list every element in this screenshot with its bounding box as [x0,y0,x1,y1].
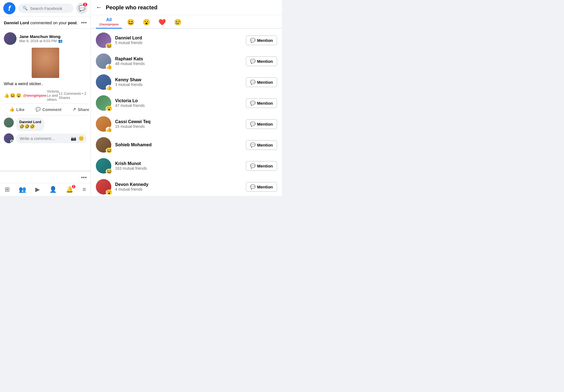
video-icon: ▶ [35,186,40,193]
person-name[interactable]: Danniel Lord [115,36,242,40]
mention-button[interactable]: 💬 Mention [246,77,277,87]
mention-button[interactable]: 💬 Mention [246,182,277,192]
person-avatar[interactable]: 😆 [96,137,111,153]
reaction-counts: 11 Comments • 2 Shares [59,91,87,100]
mention-button[interactable]: 💬 Mention [246,36,277,45]
comments-section: Danniel Lord 🤣🤣🤣 📷 🙂 [4,115,87,145]
more-options-row: ••• [0,172,91,183]
right-panel: ← People who reacted All @wongmjane 😆 😮 … [91,0,282,196]
person-mutual: 5 mutual friends [115,40,242,45]
person-avatar[interactable]: 👍 [96,53,111,69]
reaction-mention[interactable]: @wongmjane [23,93,46,98]
nav-friends[interactable]: 👥 [19,186,26,193]
person-avatar[interactable]: 😆 [96,158,111,174]
mention-icon: 💬 [250,163,256,169]
post-author-avatar[interactable] [4,32,17,45]
search-bar[interactable]: 🔍 [18,4,74,13]
comment-bubble: Danniel Lord 🤣🤣🤣 [16,118,44,131]
tab-haha[interactable]: 😆 [124,17,138,28]
more-options-button[interactable]: ••• [81,174,87,181]
heart-tab-emoji: ❤️ [158,19,166,26]
sad-tab-emoji: 😢 [174,19,181,26]
person-mutual: 48 mutual friends [115,61,242,66]
person-item: 😆 Sohieb Mohamed 💬 Mention [91,134,282,155]
comment-author[interactable]: Danniel Lord [19,120,41,124]
person-name[interactable]: Kenny Shaw [115,77,242,82]
like-button[interactable]: 👍 Like [4,105,30,114]
person-name[interactable]: Raphael Kats [115,56,242,61]
post-author-name[interactable]: Jane Manchun Wong [19,34,63,39]
person-avatar[interactable]: 😮 [96,95,111,111]
comment-icon: 💬 [36,107,41,112]
person-name[interactable]: Devon Kennedy [115,182,242,187]
mention-button[interactable]: 💬 Mention [246,161,277,171]
notification-badge: 2 [72,185,76,188]
person-item: 😆 Danniel Lord 5 mutual friends 💬 Mentio… [91,30,282,51]
tab-wow[interactable]: 😮 [139,17,153,28]
notification-more-button[interactable]: ••• [81,20,87,26]
audience-icon: 👥 [58,39,63,43]
nav-video[interactable]: ▶ [35,186,40,193]
person-info: Victoria Lo 47 mutual friends [115,98,242,108]
post-header: Jane Manchun Wong Mar 8, 2018 at 8:03 PM… [4,32,87,45]
mention-button[interactable]: 💬 Mention [246,56,277,66]
person-mutual: 163 mutual friends [115,166,242,171]
wow-tab-emoji: 😮 [143,19,150,26]
reaction-users: Victoria Lo and others [47,89,59,102]
share-button[interactable]: ↗ Share [67,105,91,114]
tab-heart[interactable]: ❤️ [155,17,169,28]
emoji-icon[interactable]: 🙂 [78,136,84,141]
person-item: 👍 Cassi Cewwi Teq 15 mutual friends 💬 Me… [91,113,282,134]
reaction-tabs: All @wongmjane 😆 😮 ❤️ 😢 [91,15,282,29]
back-button[interactable]: ← [96,4,102,11]
left-panel: f 🔍 💬 2 Danniel Lord commented on your p… [0,0,91,196]
nav-menu[interactable]: ≡ [82,186,86,193]
right-header: ← People who reacted [91,0,282,15]
camera-icon[interactable]: 📷 [71,136,76,141]
wow-reaction: 😮 [16,93,21,98]
post-meta: Jane Manchun Wong Mar 8, 2018 at 8:03 PM… [19,34,63,43]
person-avatar[interactable]: 😮 [96,179,111,194]
post-image-container [4,48,87,79]
notification-post-link[interactable]: post [68,20,77,25]
person-mutual: 15 mutual friends [115,124,242,129]
post-time: Mar 8, 2018 at 8:03 PM 👥 [19,39,63,43]
person-name[interactable]: Cassi Cewwi Teq [115,119,242,124]
person-info: Krish Munot 163 mutual friends [115,161,242,171]
nav-profile[interactable]: 👤 [49,186,57,193]
mention-button[interactable]: 💬 Mention [246,140,277,150]
mention-icon: 💬 [250,59,256,64]
search-input[interactable] [30,6,69,11]
mention-icon: 💬 [250,101,256,106]
people-list: 😆 Danniel Lord 5 mutual friends 💬 Mentio… [91,29,282,196]
post-image [32,48,59,78]
person-name[interactable]: Sohieb Mohamed [115,142,242,147]
comment-button[interactable]: 💬 Comment [30,105,67,114]
person-info: Cassi Cewwi Teq 15 mutual friends [115,119,242,129]
mention-button[interactable]: 💬 Mention [246,119,277,129]
person-avatar[interactable]: 👍 [96,116,111,132]
home-icon: ⊞ [5,186,10,193]
person-name[interactable]: Victoria Lo [115,98,242,103]
messenger-button[interactable]: 💬 2 [76,3,87,14]
nav-home[interactable]: ⊞ [5,186,10,193]
person-info: Devon Kennedy 4 mutual friends [115,182,242,191]
mention-icon: 💬 [250,38,256,43]
notification-actor[interactable]: Danniel Lord [4,20,29,25]
search-icon: 🔍 [23,6,28,11]
nav-notifications[interactable]: 🔔 2 [66,186,73,193]
comment-item: Danniel Lord 🤣🤣🤣 [4,118,87,131]
tab-all[interactable]: All @wongmjane [96,15,122,28]
tab-mention-label: @wongmjane [99,23,119,26]
person-avatar[interactable]: 😆 [96,33,111,48]
tab-sad[interactable]: 😢 [171,17,185,28]
person-avatar[interactable]: 👍 [96,74,111,90]
person-name[interactable]: Krish Munot [115,161,242,166]
mention-button[interactable]: 💬 Mention [246,98,277,108]
facebook-logo: f [3,2,15,14]
person-item: 😆 Krish Munot 163 mutual friends 💬 Menti… [91,155,282,176]
notification-text: Danniel Lord commented on your post. [4,20,81,25]
person-mutual: 4 mutual friends [115,187,242,191]
commenter-avatar[interactable] [4,118,14,128]
friends-icon: 👥 [19,186,26,193]
